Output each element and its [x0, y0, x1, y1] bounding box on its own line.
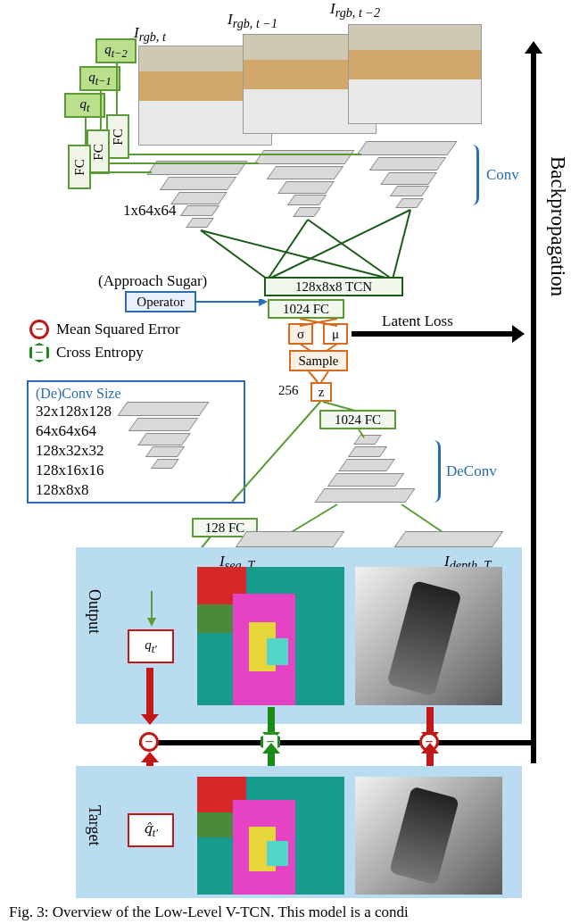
- line-fc-stack: [91, 171, 152, 173]
- line-q-fc: [100, 91, 102, 129]
- operator-arrow: [194, 299, 268, 308]
- svg-line-2: [268, 220, 308, 279]
- svg-line-4: [268, 210, 410, 279]
- mse-icon: −: [29, 320, 49, 339]
- q-t2-box: qt−2: [95, 38, 137, 63]
- line-fc-stack: [129, 154, 361, 155]
- backprop-arrow: [531, 54, 536, 763]
- arrow-q-to-loss: [146, 668, 153, 714]
- label-feature-shape: 1x64x64: [123, 202, 177, 220]
- label-target: Target: [85, 805, 103, 845]
- svg-line-3: [308, 220, 393, 279]
- qhat-box: q̂t′: [128, 813, 174, 847]
- brace-deconv: [428, 440, 441, 503]
- svg-line-5: [393, 210, 410, 279]
- label-Irgb-t2: Irgb, t −2: [330, 0, 380, 21]
- label-Irgb-t1: Irgb, t −1: [228, 11, 277, 31]
- legend-mse: − Mean Squared Error: [29, 320, 180, 339]
- label-output: Output: [85, 589, 103, 634]
- label-backprop: Backpropagation: [546, 156, 569, 296]
- arrow-seg-to-loss: [268, 707, 275, 732]
- q-t1-box: qt−1: [79, 66, 120, 91]
- mse-node-q: −: [139, 732, 159, 752]
- label-operator-example: (Approach Sugar): [98, 272, 207, 290]
- latent-loss-arrow: [352, 331, 512, 337]
- depth-out-plate: [394, 531, 504, 547]
- depth-output: [355, 567, 502, 705]
- legend-stack-icon: [122, 402, 211, 491]
- loss-bar: [139, 740, 534, 745]
- diagram-canvas: Irgb, t Irgb, t −1 Irgb, t −2 qt−2 qt−1 …: [0, 0, 571, 924]
- fc-box-t: FC: [68, 145, 91, 189]
- svg-line-0: [201, 230, 268, 279]
- arrow-depth-to-loss: [426, 707, 434, 732]
- sigma-mu-cross: [284, 317, 355, 333]
- label-Irgb-t: Irgb, t: [134, 24, 166, 45]
- seg-out-plate: [236, 531, 345, 547]
- svg-line-12: [309, 371, 318, 382]
- tcn-box: 128x8x8 TCN: [264, 277, 403, 296]
- ce-icon: −: [29, 343, 49, 362]
- svg-marker-7: [259, 299, 268, 306]
- fc1024-box: 1024 FC: [268, 299, 344, 319]
- depth-target: [355, 777, 502, 895]
- svg-marker-21: [147, 618, 156, 627]
- deconv-size-legend: (De)Conv Size 32x128x128 64x64x64 128x32…: [27, 380, 245, 504]
- seg-target: [197, 777, 344, 895]
- label-latent-loss: Latent Loss: [382, 312, 453, 330]
- line-q-fc: [116, 63, 118, 114]
- svg-line-10: [300, 344, 310, 351]
- img-rgb-t2: [348, 24, 482, 124]
- sample-z-lines: [286, 342, 357, 395]
- operator-box: Operator: [125, 291, 196, 312]
- svg-line-1: [201, 230, 393, 279]
- deconv-sizes: 32x128x128 64x64x64 128x32x32 128x16x16 …: [36, 402, 112, 500]
- brace-conv: [467, 145, 479, 205]
- line-q-fc: [85, 118, 87, 145]
- line-fc-stack: [110, 162, 259, 164]
- label-deconv: DeConv: [446, 462, 497, 480]
- arrow-to-qprime: [145, 591, 160, 628]
- qprime-box: qt′: [128, 629, 174, 663]
- deconv-title: (De)Conv Size: [36, 386, 121, 402]
- seg-output: [197, 567, 344, 705]
- fc1024b-box: 1024 FC: [319, 410, 396, 429]
- svg-line-13: [321, 371, 328, 382]
- label-conv: Conv: [486, 166, 519, 184]
- figure-caption: Fig. 3: Overview of the Low-Level V-TCN.…: [9, 903, 409, 921]
- svg-line-11: [327, 344, 337, 351]
- legend-ce: − Cross Entropy: [29, 343, 144, 362]
